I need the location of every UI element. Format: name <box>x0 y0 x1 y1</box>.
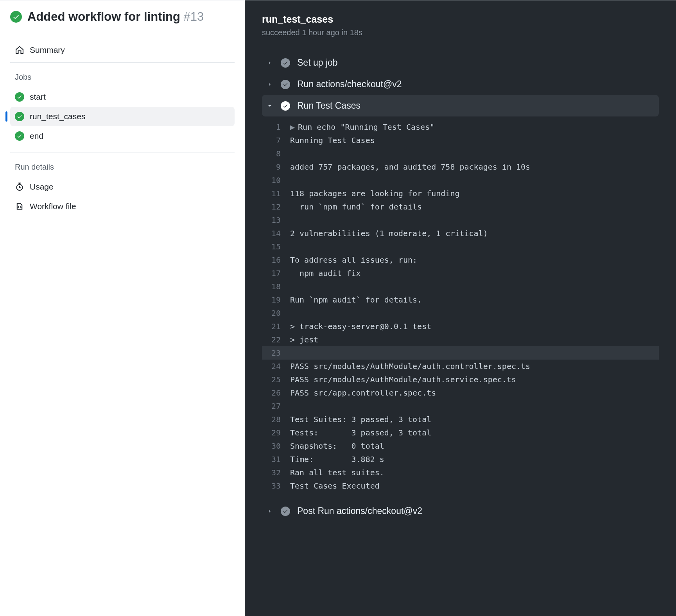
log-line-number: 31 <box>266 453 290 466</box>
step-row[interactable]: Run actions/checkout@v2 <box>262 73 659 95</box>
log-line-text: npm audit fix <box>290 267 361 280</box>
log-line: 28Test Suites: 3 passed, 3 total <box>262 413 659 426</box>
log-line-text: Ran all test suites. <box>290 466 384 479</box>
log-line-text: Test Cases Executed <box>290 479 380 492</box>
log-line-number: 29 <box>266 426 290 439</box>
log-line-number: 18 <box>266 280 290 293</box>
log-line-number: 27 <box>266 399 290 413</box>
log-line: 142 vulnerabilities (1 moderate, 1 criti… <box>262 227 659 240</box>
check-circle-icon <box>10 11 22 23</box>
job-title: run_test_cases <box>262 14 659 25</box>
log-line-number: 8 <box>266 147 290 160</box>
log-line: 23 <box>262 346 659 360</box>
log-line-text: 2 vulnerabilities (1 moderate, 1 critica… <box>290 227 488 240</box>
log-line: 31Time: 3.882 s <box>262 453 659 466</box>
log-line: 10 <box>262 174 659 187</box>
jobs-heading: Jobs <box>10 69 235 87</box>
log-line-text: > jest <box>290 333 318 346</box>
job-item-end[interactable]: end <box>10 126 235 146</box>
log-line-text: Run `npm audit` for details. <box>290 293 422 306</box>
job-item-label: end <box>30 131 43 141</box>
check-circle-icon <box>281 507 290 516</box>
log-line-text: added 757 packages, and audited 758 pack… <box>290 160 530 174</box>
log-line: 15 <box>262 240 659 253</box>
log-line-number: 20 <box>266 306 290 320</box>
chevron-icon <box>266 103 274 109</box>
run-details-heading: Run details <box>10 159 235 177</box>
log-line-number: 32 <box>266 466 290 479</box>
divider <box>10 152 235 152</box>
log-line: 11118 packages are looking for funding <box>262 187 659 200</box>
log-line-number: 13 <box>266 213 290 227</box>
log-line: 29Tests: 3 passed, 3 total <box>262 426 659 439</box>
log-line-number: 9 <box>266 160 290 174</box>
job-item-run_test_cases[interactable]: run_test_cases <box>10 107 235 126</box>
log-line-number: 11 <box>266 187 290 200</box>
log-line-number: 17 <box>266 267 290 280</box>
log-line-text: To address all issues, run: <box>290 253 417 267</box>
log-line-text: run `npm fund` for details <box>290 200 422 213</box>
chevron-icon <box>266 81 274 88</box>
log-line: 33Test Cases Executed <box>262 479 659 492</box>
summary-link[interactable]: Summary <box>10 40 235 60</box>
log-line: 24PASS src/modules/AuthModule/auth.contr… <box>262 360 659 373</box>
workflow-file-label: Workflow file <box>30 202 76 211</box>
check-circle-icon <box>15 131 24 141</box>
stopwatch-icon <box>15 183 24 191</box>
log-line-number: 28 <box>266 413 290 426</box>
job-item-start[interactable]: start <box>10 87 235 107</box>
log-line: 1▶Run echo "Running Test Cases" <box>262 120 659 134</box>
log-panel: run_test_cases succeeded 1 hour ago in 1… <box>245 0 676 616</box>
sidebar: Added workflow for linting #13 Summary J… <box>0 0 245 616</box>
step-name: Run Test Cases <box>297 100 360 111</box>
log-line: 16To address all issues, run: <box>262 253 659 267</box>
divider <box>10 62 235 63</box>
log-line-number: 14 <box>266 227 290 240</box>
usage-label: Usage <box>30 182 54 192</box>
step-name: Run actions/checkout@v2 <box>297 79 402 90</box>
check-circle-icon <box>15 92 24 102</box>
log-line: 30Snapshots: 0 total <box>262 439 659 453</box>
log-line-number: 19 <box>266 293 290 306</box>
file-code-icon <box>15 202 24 211</box>
log-line: 19Run `npm audit` for details. <box>262 293 659 306</box>
log-line-number: 22 <box>266 333 290 346</box>
log-line-text: > track-easy-server@0.0.1 test <box>290 320 431 333</box>
log-line-number: 12 <box>266 200 290 213</box>
log-line-number: 10 <box>266 174 290 187</box>
log-line-text: Snapshots: 0 total <box>290 439 384 453</box>
log-line: 22> jest <box>262 333 659 346</box>
step-row[interactable]: Set up job <box>262 52 659 73</box>
log-line-text: Running Test Cases <box>290 134 375 147</box>
log-line-text: 118 packages are looking for funding <box>290 187 459 200</box>
log-line-number: 24 <box>266 360 290 373</box>
log-line: 27 <box>262 399 659 413</box>
log-line: 26PASS src/app.controller.spec.ts <box>262 386 659 399</box>
log-line-text: Test Suites: 3 passed, 3 total <box>290 413 431 426</box>
log-line-number: 23 <box>266 346 290 360</box>
log-line: 9added 757 packages, and audited 758 pac… <box>262 160 659 174</box>
log-line-text: PASS src/modules/AuthModule/auth.control… <box>290 360 530 373</box>
step-name: Post Run actions/checkout@v2 <box>297 506 422 516</box>
check-circle-icon <box>281 80 290 89</box>
log-line-number: 1 <box>266 120 290 134</box>
log-line-number: 21 <box>266 320 290 333</box>
workflow-file-link[interactable]: Workflow file <box>10 197 235 216</box>
step-row[interactable]: Run Test Cases <box>262 95 659 116</box>
log-line: 13 <box>262 213 659 227</box>
chevron-icon <box>266 508 274 514</box>
triangle-icon: ▶ <box>290 122 295 132</box>
log-line-text: PASS src/app.controller.spec.ts <box>290 386 436 399</box>
step-name: Set up job <box>297 57 338 68</box>
home-icon <box>15 46 24 54</box>
log-line-text: PASS src/modules/AuthModule/auth.service… <box>290 373 516 386</box>
step-row[interactable]: Post Run actions/checkout@v2 <box>262 500 659 522</box>
check-circle-icon <box>15 112 24 121</box>
check-circle-icon <box>281 101 290 111</box>
log-line: 17 npm audit fix <box>262 267 659 280</box>
log-line-number: 26 <box>266 386 290 399</box>
usage-link[interactable]: Usage <box>10 177 235 197</box>
log-line: 7Running Test Cases <box>262 134 659 147</box>
log-line: 12 run `npm fund` for details <box>262 200 659 213</box>
log-line-number: 33 <box>266 479 290 492</box>
